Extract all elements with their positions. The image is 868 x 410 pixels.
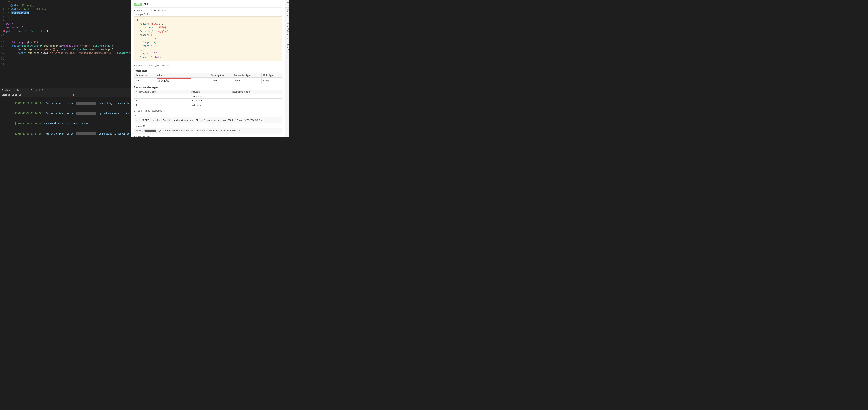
resp-code-404: 4 [134,103,190,108]
try-hide-row: y it out! Hide Response [134,109,282,112]
line-num-18: 18 [1,63,6,65]
try-it-out-button[interactable]: y it out! [134,109,142,112]
request-url-label: Request URL [134,125,282,127]
sidebar-tab-database[interactable]: Database [285,7,289,21]
code-content-7: @Slf4j [6,22,15,25]
sidebar-tab-rest-services[interactable]: RestServices [285,42,289,60]
right-panel-wrapper: GET /t1 Response Class (Status 200) Exam… [131,0,289,137]
console-line-1: [2019-11-06 11:16:58] [Project driver, s… [0,98,131,108]
response-content-type-label: Response Content Type [134,64,159,67]
param-col-parameter: Parameter [134,73,155,78]
line-num-3: 3 [1,8,6,10]
line-num-1: 1 [1,1,6,3]
console-header: JRebel Console ⚙ — [0,92,131,97]
hide-response-button[interactable]: Hide Response [145,109,162,112]
code-editor: 1 /** 2 * @author 猫小白的运 3 * @date 2019/1… [0,0,131,88]
code-content-8: @RestController [6,26,28,29]
line-num-8: 8 [1,26,6,29]
line-num-14: 14 [1,48,6,51]
code-content-16: } [6,55,13,58]
line-num-4: 4 [1,11,6,14]
console-title: JRebel Console [2,93,21,96]
resp-reason-404: Not Found [190,103,230,108]
method-badge: GET [134,3,142,6]
swagger-content: GET /t1 Response Class (Status 200) Exam… [131,0,285,137]
console-line-2: [2019-11-06 11:16:58] [Project driver, s… [0,108,131,119]
resp-reason-403: Forbidden [190,98,230,103]
curl-content: url -X GET --header 'Accept: application… [134,117,282,123]
param-type-cell: query [232,78,261,84]
code-content-18: } [6,63,8,65]
console-line-4: [2019-11-06 11:17:00] [Project driver, s… [0,129,131,137]
code-line-7: 7 @Slf4j [0,22,131,26]
curl-label: url [134,114,282,117]
code-content-13: public Result<String> testJrebell(@Reque… [6,44,113,47]
resp-reason-401: Unauthorized [190,94,230,98]
params-table: Parameter Value Description Parameter Ty… [134,73,282,84]
line-num-15: 15 [1,52,6,55]
param-col-type: Parameter Type [232,73,261,78]
console-content: [2019-11-06 11:16:58] [Project driver, s… [0,97,131,137]
line-num-16: 16 [1,55,6,58]
code-line-2: 2 * @author 猫小白的运 [0,4,131,7]
line-num-6: 6 [1,19,6,22]
json-example-block: { "data": "string", "errorCode": "错误码", … [134,17,282,61]
main-container: 1 /** 2 * @author 猫小白的运 3 * @date 2019/1… [0,0,289,137]
code-content-14: log.debug("name={},date={}", name, Local… [6,48,115,51]
param-datatype-cell: string [261,78,282,84]
line-num-13: 13 [1,45,6,47]
console-line-3: [2019-11-06 11:16:58] Synchronization to… [0,119,131,129]
breadcrumb: TestController › testJrebell() [0,88,131,92]
code-line-4: 4 * @description: [0,11,131,14]
response-messages-table: HTTP Status Code Reason Response Model 1… [134,89,282,108]
param-value-cell[interactable] [155,78,209,84]
line-num-11: 11 [1,37,6,40]
param-col-value: Value [155,73,209,78]
code-content-2: * @author 猫小白的运 [6,4,35,7]
code-line-1: 1 /** [0,0,131,4]
param-desc-cell: name [209,78,232,84]
close-icon[interactable]: — [127,93,129,96]
curl-section: url url -X GET --header 'Accept: applica… [134,114,282,123]
code-line-5: 5 */ [0,14,131,18]
resp-model-404 [230,103,282,108]
breadcrumb-class: TestController [2,89,21,92]
response-messages: Response Messages HTTP Status Code Reaso… [134,86,282,108]
code-line-3: 3 * @date 2019/11/6 上午11:05 [0,7,131,11]
code-content-9: public class TestController { [6,30,48,32]
response-content-type-row: Response Content Type */* [134,63,282,68]
resp-row-404: 4 Not Found [134,103,282,108]
resp-col-code: HTTP Status Code [134,90,190,94]
right-sidebar: Api Database Bean Validation RestService… [285,0,289,137]
settings-icon[interactable]: ⚙ [73,93,74,96]
request-headers-label: Request Headers [134,135,282,137]
param-value-input[interactable] [157,78,191,83]
endpoint-header: GET /t1 [134,2,282,7]
example-value-label: Example Value [134,13,282,16]
code-line-6: 6 [0,18,131,22]
param-name-cell: name [134,78,155,84]
resp-col-model: Response Model [230,90,282,94]
sidebar-tab-api[interactable]: Api [285,0,289,7]
code-line-8: 8 @RestController [0,26,131,29]
resp-col-reason: Reason [190,90,230,94]
params-section: Parameters Parameter Value Description P… [134,69,282,84]
code-line-13: 13 public Result<String> testJrebell(@Re… [0,44,131,48]
response-class: Response Class (Status 200) [134,9,282,12]
left-panel: 1 /** 2 * @author 猫小白的运 3 * @date 2019/1… [0,0,131,137]
code-content-1: /** [6,0,10,3]
response-messages-title: Response Messages [134,86,282,89]
line-num-2: 2 [1,4,6,7]
code-content-4: * @description: [6,11,29,14]
param-col-datatype: Data Type [261,73,282,78]
breadcrumb-method: testJrebell() [25,89,43,92]
code-line-18: 18 } [0,62,131,66]
code-line-12: 12 @GetMapping("/t1") [0,40,131,44]
code-line-9: 9 public class TestController { [0,29,131,33]
sidebar-tab-bean-validation[interactable]: Bean Validation [285,21,289,42]
request-url-content: http://██ █ ████.xyz:3384/t1?name=%20%E7… [134,128,282,134]
console-panel: JRebel Console ⚙ — [2019-11-06 11:16:58]… [0,92,131,137]
code-line-17: 17 [0,59,131,62]
response-content-type-select[interactable]: */* [160,63,169,68]
resp-code-401: 1 [134,94,190,98]
